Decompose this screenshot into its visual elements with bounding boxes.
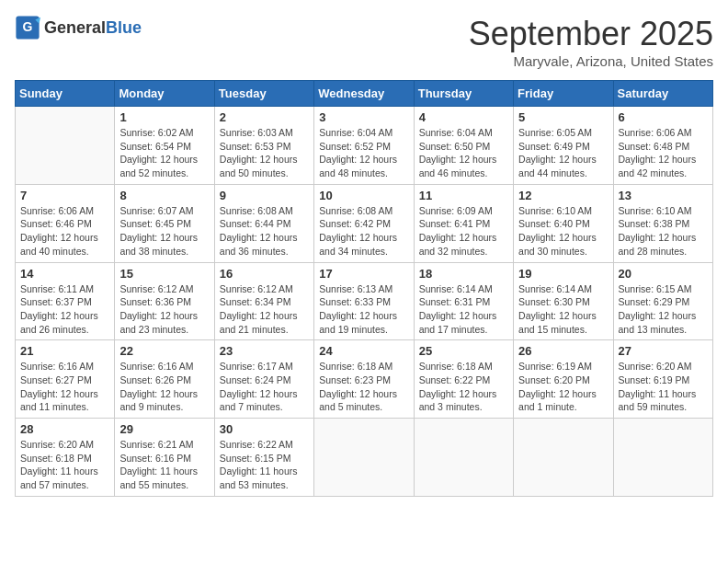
column-header-monday: Monday: [115, 81, 214, 107]
week-row-1: 7Sunrise: 6:06 AM Sunset: 6:46 PM Daylig…: [16, 184, 713, 262]
calendar-cell: 17Sunrise: 6:13 AM Sunset: 6:33 PM Dayli…: [314, 262, 414, 340]
calendar-cell: 26Sunrise: 6:19 AM Sunset: 6:20 PM Dayli…: [514, 340, 613, 419]
day-detail: Sunrise: 6:08 AM Sunset: 6:44 PM Dayligh…: [220, 204, 309, 259]
day-detail: Sunrise: 6:22 AM Sunset: 6:15 PM Dayligh…: [220, 438, 309, 492]
day-detail: Sunrise: 6:10 AM Sunset: 6:40 PM Dayligh…: [518, 204, 608, 259]
day-detail: Sunrise: 6:08 AM Sunset: 6:42 PM Dayligh…: [319, 204, 408, 259]
calendar-cell: 28Sunrise: 6:20 AM Sunset: 6:18 PM Dayli…: [16, 419, 115, 497]
day-detail: Sunrise: 6:05 AM Sunset: 6:49 PM Dayligh…: [518, 126, 608, 180]
day-detail: Sunrise: 6:19 AM Sunset: 6:20 PM Dayligh…: [518, 360, 608, 414]
day-number: 11: [419, 189, 508, 202]
calendar-cell: 21Sunrise: 6:16 AM Sunset: 6:27 PM Dayli…: [16, 340, 115, 419]
day-number: 9: [220, 189, 309, 202]
calendar-cell: 5Sunrise: 6:05 AM Sunset: 6:49 PM Daylig…: [514, 107, 613, 185]
column-header-sunday: Sunday: [16, 81, 115, 107]
calendar-cell: 14Sunrise: 6:11 AM Sunset: 6:37 PM Dayli…: [16, 262, 115, 340]
day-number: 19: [518, 267, 608, 281]
day-detail: Sunrise: 6:21 AM Sunset: 6:16 PM Dayligh…: [119, 438, 209, 492]
day-number: 13: [619, 189, 708, 202]
calendar-cell: 15Sunrise: 6:12 AM Sunset: 6:36 PM Dayli…: [115, 262, 214, 340]
day-detail: Sunrise: 6:17 AM Sunset: 6:24 PM Dayligh…: [220, 360, 309, 414]
day-number: 17: [319, 267, 408, 281]
calendar-cell: 8Sunrise: 6:07 AM Sunset: 6:45 PM Daylig…: [115, 184, 214, 262]
week-row-3: 21Sunrise: 6:16 AM Sunset: 6:27 PM Dayli…: [16, 340, 713, 419]
column-header-saturday: Saturday: [613, 81, 712, 107]
day-detail: Sunrise: 6:14 AM Sunset: 6:31 PM Dayligh…: [419, 282, 508, 337]
day-number: 2: [220, 110, 309, 124]
day-number: 10: [319, 189, 408, 202]
calendar-cell: 11Sunrise: 6:09 AM Sunset: 6:41 PM Dayli…: [414, 184, 513, 262]
calendar-cell: 1Sunrise: 6:02 AM Sunset: 6:54 PM Daylig…: [115, 107, 214, 185]
calendar-cell: 20Sunrise: 6:15 AM Sunset: 6:29 PM Dayli…: [613, 262, 712, 340]
day-number: 24: [319, 344, 408, 358]
calendar-cell: 16Sunrise: 6:12 AM Sunset: 6:34 PM Dayli…: [214, 262, 313, 340]
day-number: 16: [220, 267, 309, 281]
day-number: 3: [319, 110, 408, 124]
day-detail: Sunrise: 6:12 AM Sunset: 6:34 PM Dayligh…: [220, 282, 309, 337]
calendar-cell: [314, 419, 414, 497]
calendar-cell: 10Sunrise: 6:08 AM Sunset: 6:42 PM Dayli…: [314, 184, 414, 262]
calendar-cell: 27Sunrise: 6:20 AM Sunset: 6:19 PM Dayli…: [613, 340, 712, 419]
day-number: 29: [119, 422, 209, 436]
day-detail: Sunrise: 6:04 AM Sunset: 6:52 PM Dayligh…: [319, 126, 408, 180]
title-area: September 2025 Maryvale, Arizona, United…: [469, 15, 713, 69]
day-number: 8: [119, 189, 209, 202]
day-detail: Sunrise: 6:11 AM Sunset: 6:37 PM Dayligh…: [20, 282, 109, 337]
day-detail: Sunrise: 6:03 AM Sunset: 6:53 PM Dayligh…: [220, 126, 309, 180]
column-header-thursday: Thursday: [414, 81, 513, 107]
week-row-0: 1Sunrise: 6:02 AM Sunset: 6:54 PM Daylig…: [16, 107, 713, 185]
calendar-header-row: SundayMondayTuesdayWednesdayThursdayFrid…: [16, 81, 713, 107]
calendar-cell: 25Sunrise: 6:18 AM Sunset: 6:22 PM Dayli…: [414, 340, 513, 419]
calendar-cell: 22Sunrise: 6:16 AM Sunset: 6:26 PM Dayli…: [115, 340, 214, 419]
calendar-cell: 19Sunrise: 6:14 AM Sunset: 6:30 PM Dayli…: [514, 262, 613, 340]
day-detail: Sunrise: 6:15 AM Sunset: 6:29 PM Dayligh…: [619, 282, 708, 337]
day-detail: Sunrise: 6:07 AM Sunset: 6:45 PM Dayligh…: [119, 204, 209, 259]
day-detail: Sunrise: 6:10 AM Sunset: 6:38 PM Dayligh…: [619, 204, 708, 259]
calendar-cell: 9Sunrise: 6:08 AM Sunset: 6:44 PM Daylig…: [214, 184, 313, 262]
day-number: 28: [20, 422, 109, 436]
calendar-cell: [613, 419, 712, 497]
day-detail: Sunrise: 6:12 AM Sunset: 6:36 PM Dayligh…: [119, 282, 209, 337]
day-number: 1: [119, 110, 209, 124]
day-detail: Sunrise: 6:18 AM Sunset: 6:23 PM Dayligh…: [319, 360, 408, 414]
column-header-tuesday: Tuesday: [214, 81, 313, 107]
day-detail: Sunrise: 6:20 AM Sunset: 6:18 PM Dayligh…: [20, 438, 109, 492]
day-detail: Sunrise: 6:18 AM Sunset: 6:22 PM Dayligh…: [419, 360, 508, 414]
calendar-cell: 7Sunrise: 6:06 AM Sunset: 6:46 PM Daylig…: [16, 184, 115, 262]
day-number: 26: [518, 344, 608, 358]
day-number: 27: [619, 344, 708, 358]
location-title: Maryvale, Arizona, United States: [469, 53, 713, 69]
day-number: 20: [619, 267, 708, 281]
day-number: 21: [20, 344, 109, 358]
day-number: 12: [518, 189, 608, 202]
day-detail: Sunrise: 6:16 AM Sunset: 6:27 PM Dayligh…: [20, 360, 109, 414]
logo-label: GeneralBlue: [44, 18, 142, 38]
day-detail: Sunrise: 6:06 AM Sunset: 6:46 PM Dayligh…: [20, 204, 109, 259]
calendar-cell: 13Sunrise: 6:10 AM Sunset: 6:38 PM Dayli…: [613, 184, 712, 262]
day-detail: Sunrise: 6:09 AM Sunset: 6:41 PM Dayligh…: [419, 204, 508, 259]
day-detail: Sunrise: 6:14 AM Sunset: 6:30 PM Dayligh…: [518, 282, 608, 337]
day-number: 25: [419, 344, 508, 358]
month-title: September 2025: [469, 15, 713, 53]
day-detail: Sunrise: 6:16 AM Sunset: 6:26 PM Dayligh…: [119, 360, 209, 414]
column-header-friday: Friday: [514, 81, 613, 107]
calendar-cell: 23Sunrise: 6:17 AM Sunset: 6:24 PM Dayli…: [214, 340, 313, 419]
calendar-cell: 2Sunrise: 6:03 AM Sunset: 6:53 PM Daylig…: [214, 107, 313, 185]
calendar-cell: 6Sunrise: 6:06 AM Sunset: 6:48 PM Daylig…: [613, 107, 712, 185]
day-number: 7: [20, 189, 109, 202]
logo: G GeneralBlue: [15, 15, 142, 40]
calendar-table: SundayMondayTuesdayWednesdayThursdayFrid…: [15, 80, 713, 497]
calendar-cell: 29Sunrise: 6:21 AM Sunset: 6:16 PM Dayli…: [115, 419, 214, 497]
column-header-wednesday: Wednesday: [314, 81, 414, 107]
calendar-cell: [414, 419, 513, 497]
day-number: 18: [419, 267, 508, 281]
day-number: 23: [220, 344, 309, 358]
day-number: 5: [518, 110, 608, 124]
calendar-cell: 12Sunrise: 6:10 AM Sunset: 6:40 PM Dayli…: [514, 184, 613, 262]
calendar-body: 1Sunrise: 6:02 AM Sunset: 6:54 PM Daylig…: [16, 107, 713, 497]
day-number: 4: [419, 110, 508, 124]
day-number: 6: [619, 110, 708, 124]
calendar-cell: [514, 419, 613, 497]
day-detail: Sunrise: 6:20 AM Sunset: 6:19 PM Dayligh…: [619, 360, 708, 414]
day-detail: Sunrise: 6:04 AM Sunset: 6:50 PM Dayligh…: [419, 126, 508, 180]
